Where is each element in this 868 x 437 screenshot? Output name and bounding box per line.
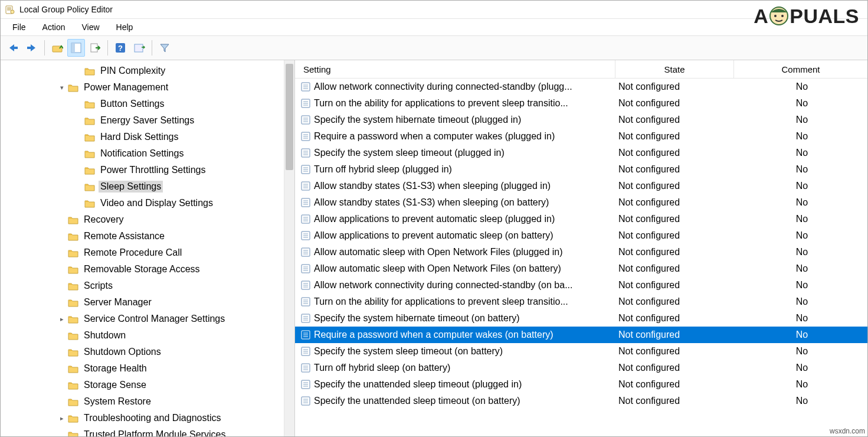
- setting-row[interactable]: Turn off hybrid sleep (on battery)Not co…: [295, 360, 867, 376]
- arrow-left-icon: [7, 43, 19, 53]
- tree-item-label: Hard Disk Settings: [99, 131, 181, 143]
- tree-expander-icon[interactable]: ▸: [57, 315, 67, 323]
- tree-item[interactable]: ▸Service Control Manager Settings: [1, 311, 294, 327]
- tree-item-label: Notification Settings: [99, 148, 185, 159]
- export-button[interactable]: [86, 39, 104, 57]
- tree-item[interactable]: Shutdown: [1, 327, 294, 344]
- tree-item[interactable]: Sleep Settings: [1, 178, 294, 195]
- menu-action[interactable]: Action: [34, 21, 74, 34]
- setting-name: Require a password when a computer wakes…: [314, 131, 555, 142]
- tree-item-label: Storage Health: [82, 363, 149, 374]
- setting-row[interactable]: Allow network connectivity during connec…: [295, 79, 867, 95]
- column-comment[interactable]: Comment: [734, 60, 867, 78]
- show-tree-button[interactable]: [67, 39, 85, 57]
- tree-item[interactable]: Scripts: [1, 278, 294, 294]
- funnel-icon: [159, 43, 170, 53]
- svg-text:?: ?: [118, 44, 123, 53]
- tree-item[interactable]: PIN Complexity: [1, 63, 294, 79]
- help-button[interactable]: ?: [112, 39, 129, 57]
- tree-scrollbar[interactable]: [284, 60, 294, 437]
- scrollbar-thumb[interactable]: [286, 64, 293, 170]
- setting-state: Not configured: [612, 81, 736, 92]
- tree-item[interactable]: Remote Procedure Call: [1, 244, 294, 261]
- tree-item[interactable]: Storage Health: [1, 360, 294, 377]
- tree-item-label: Trusted Platform Module Services: [82, 429, 227, 437]
- setting-name: Allow automatic sleep with Open Network …: [314, 263, 561, 274]
- forward-button[interactable]: [23, 39, 41, 57]
- svg-point-94: [781, 15, 784, 17]
- setting-state: Not configured: [612, 379, 736, 390]
- setting-comment: No: [736, 247, 867, 257]
- tree-item[interactable]: ▾Power Management: [1, 79, 294, 96]
- tree-item[interactable]: ▸Troubleshooting and Diagnostics: [1, 410, 294, 426]
- up-button[interactable]: [48, 39, 66, 57]
- setting-row[interactable]: Specify the system sleep timeout (plugge…: [295, 145, 867, 161]
- setting-comment: No: [736, 98, 867, 109]
- setting-comment: No: [736, 330, 867, 340]
- options-button[interactable]: [130, 39, 148, 57]
- toolbar-separator: [107, 40, 108, 56]
- tree-item-label: PIN Complexity: [99, 65, 167, 77]
- tree-item[interactable]: Remote Assistance: [1, 228, 294, 244]
- setting-row[interactable]: Allow applications to prevent automatic …: [295, 227, 867, 244]
- policy-tree[interactable]: PIN Complexity▾Power ManagementButton Se…: [1, 60, 294, 437]
- tree-item-label: Energy Saver Settings: [99, 115, 196, 126]
- setting-row[interactable]: Allow applications to prevent automatic …: [295, 211, 867, 227]
- setting-row[interactable]: Specify the system sleep timeout (on bat…: [295, 343, 867, 360]
- setting-row[interactable]: Require a password when a computer wakes…: [295, 128, 867, 145]
- column-setting[interactable]: Setting: [295, 60, 615, 78]
- tree-item-label: Removable Storage Access: [82, 263, 202, 275]
- tree-item[interactable]: Shutdown Options: [1, 344, 294, 360]
- setting-name: Allow automatic sleep with Open Network …: [314, 247, 563, 257]
- setting-row[interactable]: Specify the unattended sleep timeout (on…: [295, 393, 867, 409]
- tree-item[interactable]: Energy Saver Settings: [1, 112, 294, 129]
- setting-row[interactable]: Require a password when a computer wakes…: [295, 327, 867, 343]
- setting-row[interactable]: Specify the system hibernate timeout (pl…: [295, 112, 867, 128]
- tree-item[interactable]: Trusted Platform Module Services: [1, 426, 294, 437]
- tree-item-label: Troubleshooting and Diagnostics: [82, 412, 222, 424]
- tree-expander-icon[interactable]: ▾: [57, 84, 67, 92]
- setting-comment: No: [736, 263, 867, 274]
- folder-up-icon: [51, 43, 63, 53]
- tree-item[interactable]: Button Settings: [1, 96, 294, 112]
- tree-item[interactable]: Removable Storage Access: [1, 261, 294, 278]
- tree-item[interactable]: Hard Disk Settings: [1, 129, 294, 145]
- setting-row[interactable]: Allow automatic sleep with Open Network …: [295, 244, 867, 260]
- settings-list[interactable]: Allow network connectivity during connec…: [295, 79, 867, 409]
- export-list-icon: [90, 43, 100, 53]
- tree-expander-icon[interactable]: ▸: [57, 415, 67, 422]
- tree-item[interactable]: Notification Settings: [1, 145, 294, 162]
- menu-file[interactable]: File: [4, 21, 34, 34]
- setting-row[interactable]: Turn on the ability for applications to …: [295, 293, 867, 310]
- tree-item[interactable]: Power Throttling Settings: [1, 162, 294, 178]
- setting-row[interactable]: Allow automatic sleep with Open Network …: [295, 260, 867, 277]
- setting-row[interactable]: Turn off hybrid sleep (plugged in)Not co…: [295, 161, 867, 178]
- setting-row[interactable]: Specify the system hibernate timeout (on…: [295, 310, 867, 327]
- tree-item[interactable]: System Restore: [1, 393, 294, 410]
- tree-item[interactable]: Storage Sense: [1, 377, 294, 393]
- tree-item[interactable]: Recovery: [1, 211, 294, 228]
- setting-row[interactable]: Allow standby states (S1-S3) when sleepi…: [295, 194, 867, 211]
- menu-help[interactable]: Help: [108, 21, 142, 34]
- menu-view[interactable]: View: [73, 21, 107, 34]
- column-state[interactable]: State: [615, 60, 734, 78]
- back-button[interactable]: [4, 39, 22, 57]
- setting-row[interactable]: Turn on the ability for applications to …: [295, 95, 867, 112]
- filter-button[interactable]: [156, 39, 173, 57]
- setting-comment: No: [736, 115, 867, 125]
- setting-row[interactable]: Allow standby states (S1-S3) when sleepi…: [295, 178, 867, 194]
- toolbar-separator: [152, 40, 152, 56]
- setting-state: Not configured: [612, 263, 736, 274]
- svg-rect-11: [135, 44, 143, 52]
- tree-item-label: Power Throttling Settings: [99, 164, 207, 176]
- setting-state: Not configured: [612, 214, 736, 224]
- tree-item-label: Scripts: [82, 280, 114, 292]
- setting-state: Not configured: [612, 330, 736, 340]
- tree-item[interactable]: Video and Display Settings: [1, 195, 294, 211]
- setting-row[interactable]: Allow network connectivity during connec…: [295, 277, 867, 293]
- window-title: Local Group Policy Editor: [19, 5, 113, 14]
- tree-item[interactable]: Server Manager: [1, 294, 294, 311]
- content-area: PIN Complexity▾Power ManagementButton Se…: [1, 60, 867, 437]
- setting-row[interactable]: Specify the unattended sleep timeout (pl…: [295, 376, 867, 393]
- setting-state: Not configured: [612, 181, 736, 191]
